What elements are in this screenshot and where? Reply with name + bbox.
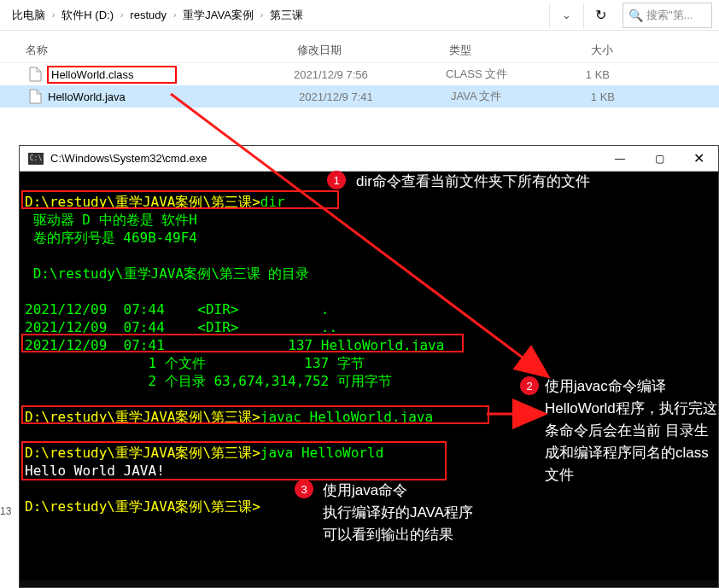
prompt: D:\restudy\重学JAVA案例\第三课>: [25, 194, 260, 210]
window-controls: — ▢ ✕: [600, 146, 718, 172]
crumb-3[interactable]: 重学JAVA案例: [178, 4, 259, 26]
breadcrumb[interactable]: 比电脑› 软件H (D:)› restudy› 重学JAVA案例› 第三课: [0, 4, 549, 26]
cmd-title-text: C:\Windows\System32\cmd.exe: [50, 152, 600, 165]
cmd-dir: dir: [260, 194, 285, 210]
minimize-button[interactable]: —: [600, 146, 640, 172]
close-button[interactable]: ✕: [679, 146, 718, 172]
annotation-badge-1: 1: [327, 171, 346, 189]
out-line: 2021/12/09 07:41 137 HelloWorld.java: [25, 337, 444, 353]
chevron-right-icon: ›: [259, 10, 265, 20]
cmd-window: C:\ C:\Windows\System32\cmd.exe — ▢ ✕ D:…: [19, 145, 719, 588]
out-line: 2021/12/09 07:44 <DIR> .: [25, 301, 329, 317]
out-line: 2 个目录 63,674,314,752 可用字节: [25, 373, 392, 389]
search-placeholder: 搜索"第...: [646, 8, 693, 23]
out-line: D:\restudy\重学JAVA案例\第三课 的目录: [25, 265, 309, 282]
crumb-4[interactable]: 第三课: [265, 4, 308, 26]
col-date-header[interactable]: 修改日期: [297, 43, 449, 58]
file-name: HelloWorld.java: [48, 90, 299, 103]
search-icon: 🔍: [628, 9, 643, 22]
file-date: 2021/12/9 7:41: [299, 90, 451, 103]
crumb-1[interactable]: 软件H (D:): [56, 4, 119, 26]
chevron-right-icon: ›: [172, 10, 178, 20]
out-line: 2021/12/09 07:44 <DIR> ..: [25, 319, 337, 335]
file-row[interactable]: HelloWorld.class 2021/12/9 7:56 CLASS 文件…: [0, 63, 719, 85]
annotation-badge-3: 3: [295, 480, 313, 498]
file-date: 2021/12/9 7:56: [294, 68, 446, 81]
file-size: 1 KB: [557, 68, 635, 81]
out-line: 卷的序列号是 469B-49F4: [25, 230, 197, 246]
out-line: 驱动器 D 中的卷是 软件H: [25, 212, 197, 228]
address-bar: 比电脑› 软件H (D:)› restudy› 重学JAVA案例› 第三课 ⌄ …: [0, 0, 719, 31]
cmd-javac: javac HelloWorld.java: [260, 409, 433, 425]
column-headers: 名称 修改日期 类型 大小: [0, 31, 719, 63]
chevron-right-icon: ›: [50, 10, 56, 20]
prompt: D:\restudy\重学JAVA案例\第三课>: [25, 498, 260, 515]
program-output: Hello World JAVA!: [25, 463, 165, 479]
file-row[interactable]: HelloWorld.java 2021/12/9 7:41 JAVA 文件 1…: [0, 85, 719, 108]
cmd-output[interactable]: D:\restudy\重学JAVA案例\第三课>dir 驱动器 D 中的卷是 软…: [20, 172, 718, 580]
crumb-2[interactable]: restudy: [125, 5, 172, 25]
cmd-java: java HelloWorld: [260, 445, 384, 461]
file-explorer: 比电脑› 软件H (D:)› restudy› 重学JAVA案例› 第三课 ⌄ …: [0, 0, 719, 108]
prompt: D:\restudy\重学JAVA案例\第三课>: [25, 445, 260, 461]
search-input[interactable]: 🔍 搜索"第...: [623, 3, 712, 28]
cmd-icon: C:\: [28, 153, 44, 165]
col-size-header[interactable]: 大小: [560, 43, 639, 58]
file-icon: [27, 88, 43, 105]
col-type-header[interactable]: 类型: [449, 43, 560, 58]
out-line: 1 个文件 137 字节: [25, 355, 365, 371]
cmd-titlebar[interactable]: C:\ C:\Windows\System32\cmd.exe — ▢ ✕: [20, 146, 718, 172]
chevron-right-icon: ›: [119, 10, 125, 20]
file-type: CLASS 文件: [446, 67, 557, 82]
maximize-button[interactable]: ▢: [640, 146, 679, 172]
annotation-badge-2: 2: [520, 376, 539, 395]
refresh-button[interactable]: ↻: [583, 3, 617, 28]
col-name-header[interactable]: 名称: [26, 43, 297, 58]
file-size: 1 KB: [562, 90, 640, 103]
file-icon: [27, 66, 43, 83]
address-dropdown[interactable]: ⌄: [549, 3, 583, 28]
file-name: HelloWorld.class: [48, 67, 176, 83]
file-type: JAVA 文件: [451, 89, 562, 104]
status-count: 13: [0, 505, 11, 517]
prompt: D:\restudy\重学JAVA案例\第三课>: [25, 409, 260, 425]
crumb-0[interactable]: 比电脑: [7, 4, 50, 26]
